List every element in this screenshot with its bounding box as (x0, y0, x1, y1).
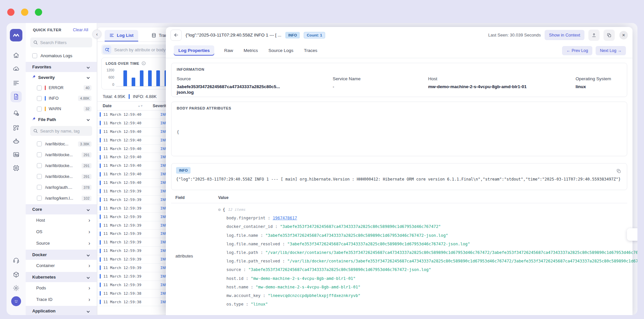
dashboard-builder-icon[interactable] (12, 123, 21, 133)
file-path-checkbox[interactable] (37, 174, 42, 179)
zoom-window-button[interactable] (35, 9, 42, 16)
alerts-icon[interactable] (12, 109, 21, 118)
file-path-checkbox[interactable] (37, 185, 42, 190)
severity-color-bar (45, 86, 46, 90)
tree-root-row[interactable]: ⊖ { 12 items (218, 205, 637, 214)
anomalous-logs-row[interactable]: Anomalous Logs (26, 50, 97, 61)
severity-checkbox[interactable] (37, 96, 42, 101)
favorites-section-header[interactable]: Favorites (26, 62, 97, 72)
close-icon[interactable]: ✕ (619, 31, 628, 39)
detail-tab[interactable]: Log Properties (174, 45, 214, 56)
attribute-row[interactable]: docker_container_id : "3abefe353f3472624… (218, 222, 637, 231)
close-window-button[interactable] (7, 9, 14, 16)
detail-tab[interactable]: Metrics (243, 45, 259, 56)
prev-log-button[interactable]: ← Prev Log (562, 46, 592, 55)
install-package-icon[interactable] (12, 270, 21, 279)
attribute-row[interactable]: host.id : "mw-demo-machine-2-s-4vcpu-8gb… (218, 274, 637, 283)
log-date: 11 March 12:59:40 (103, 138, 152, 142)
filter-category-row[interactable]: Pods › (26, 282, 97, 294)
core-section-header[interactable]: Core (26, 204, 97, 214)
filter-search-input[interactable] (40, 40, 89, 45)
severity-indicator (100, 146, 101, 151)
file-path-filter-row[interactable]: /var/lib/doc... 3.38K (26, 138, 97, 149)
file-path-checkbox[interactable] (37, 163, 42, 168)
severity-filter-row[interactable]: WARN 32 (26, 104, 97, 114)
filter-category-row[interactable]: Trace ID › (26, 294, 97, 305)
logs-icon[interactable] (11, 91, 22, 102)
log-date: 11 March 12:59:40 (103, 121, 152, 125)
support-headset-icon[interactable] (12, 256, 21, 265)
show-in-context-button[interactable]: Show in Context (545, 30, 584, 40)
log-stream-icon[interactable] (12, 78, 21, 87)
severity-checkbox[interactable] (37, 107, 42, 111)
export-button[interactable] (588, 30, 600, 41)
severity-indicator (100, 121, 101, 125)
file-path-filter-row[interactable]: /var/lib/docke... 291 (26, 171, 97, 182)
column-date[interactable]: Date (97, 104, 134, 108)
total-count: Total: 4.95K (103, 94, 125, 99)
file-path-checkbox[interactable] (37, 141, 42, 146)
file-path-search-input[interactable] (40, 129, 89, 134)
filter-category-row[interactable]: Host › (26, 214, 97, 226)
copy-raw-button[interactable] (614, 167, 623, 175)
attribute-row[interactable]: os.type : "linux" (218, 300, 637, 308)
detail-tab[interactable]: Traces (303, 45, 318, 56)
clear-all-link[interactable]: Clear All (73, 28, 88, 32)
filter-category-row[interactable]: Container › (26, 260, 97, 271)
filter-search[interactable] (30, 37, 92, 47)
sort-icon[interactable]: ▲▼ (134, 104, 147, 108)
severity-checkbox[interactable] (37, 86, 42, 90)
severity-filter-row[interactable]: INFO 4.88K (26, 93, 97, 104)
infrastructure-icon[interactable] (12, 64, 21, 74)
filter-category-row[interactable]: Source › (26, 237, 97, 249)
attribute-row[interactable]: mw.account_key : "lneevcqdcnzccpdpbhelkx… (218, 291, 637, 300)
floating-widget[interactable] (627, 228, 637, 241)
severity-indicator (100, 265, 101, 270)
next-log-button[interactable]: Next Log → (596, 46, 626, 55)
attribute-row[interactable]: log.file.name : "3abefe353f34726245687ca… (218, 231, 637, 240)
file-path-search[interactable] (30, 126, 92, 136)
file-path-filter-row[interactable]: /var/lib/docke... 291 (26, 160, 97, 171)
anomalous-logs-checkbox[interactable] (32, 53, 37, 58)
attribute-row[interactable]: log.file.path_resolved : "/var/lib/docke… (218, 257, 637, 265)
user-avatar[interactable] (11, 296, 21, 306)
attribute-row[interactable]: log.file.name_resolved : "3abefe353f3472… (218, 240, 637, 248)
mw-logo-icon[interactable] (10, 29, 22, 41)
session-search-icon[interactable] (12, 150, 21, 159)
severity-badge: INFO (285, 32, 300, 38)
file-path-checkbox[interactable] (37, 196, 42, 201)
kubernetes-section-header[interactable]: Kubernetes (26, 272, 97, 282)
collapse-node-icon[interactable]: ⊖ (218, 207, 221, 212)
severity-group-header[interactable]: Severity (26, 72, 97, 83)
integrations-chip-icon[interactable] (12, 163, 21, 173)
log-date: 11 March 12:59:39 (103, 223, 152, 228)
detail-tab[interactable]: Raw (223, 45, 234, 56)
file-path-filter-row[interactable]: /var/lib/docke... 291 (26, 149, 97, 160)
minimize-window-button[interactable] (21, 9, 28, 16)
file-path-filter-row[interactable]: /var/log/auth.... 378 (26, 182, 97, 193)
file-path-filter-row[interactable]: /var/log/kern.l... 102 (26, 193, 97, 204)
copy-log-button[interactable] (604, 30, 615, 41)
docker-section-header[interactable]: Docker (26, 250, 97, 260)
app-window: ‹ QUICK FILTER Clear All Anomalous Logs … (7, 23, 637, 315)
settings-gear-icon[interactable] (12, 283, 21, 293)
quick-filter-panel: ‹ QUICK FILTER Clear All Anomalous Logs … (26, 23, 97, 315)
application-section-header[interactable]: Application (26, 306, 97, 315)
tab-log-list[interactable]: Log List (105, 30, 138, 41)
pin-icon (32, 74, 36, 80)
attribute-row[interactable]: log.file.path : "/var/lib/docker/contain… (218, 248, 637, 257)
collapse-filter-button[interactable]: ‹ (92, 30, 101, 38)
attribute-row[interactable]: source : "3abefe353f34726245687ca4734333… (218, 265, 637, 274)
file-path-checkbox[interactable] (37, 152, 42, 157)
file-path-group-header[interactable]: File Path (26, 114, 97, 125)
filter-category-row[interactable]: OS › (26, 226, 97, 237)
severity-filter-row[interactable]: ERROR 40 (26, 83, 97, 93)
severity-indicator (100, 257, 101, 262)
detail-tab[interactable]: Source Logs (268, 45, 294, 56)
column-severity[interactable]: Severity (147, 104, 169, 108)
assistant-bot-icon[interactable] (12, 137, 21, 146)
back-button[interactable] (170, 30, 182, 41)
attribute-row[interactable]: body.fingerprint : 1967478617 (218, 214, 637, 222)
attribute-row[interactable]: host.name : "mw-demo-machine-2-s-4vcpu-8… (218, 283, 637, 291)
home-icon[interactable] (12, 51, 21, 60)
